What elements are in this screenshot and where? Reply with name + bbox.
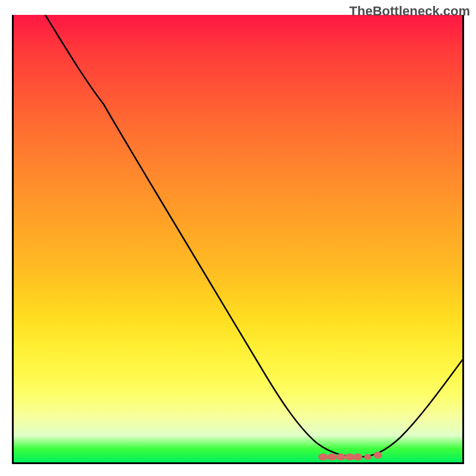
chart-svg [14, 15, 462, 461]
marker-dot [353, 453, 362, 461]
marker-dot [318, 453, 328, 461]
marker-dot [327, 453, 337, 461]
main-curve [45, 15, 462, 457]
watermark-text: TheBottleneck.com [349, 4, 470, 19]
marker-dot [374, 452, 382, 459]
plot-area [12, 15, 464, 464]
marker-dot [364, 454, 371, 460]
bottom-marker-group [318, 452, 382, 461]
chart-container: TheBottleneck.com [0, 0, 476, 476]
marker-dot [336, 453, 346, 461]
